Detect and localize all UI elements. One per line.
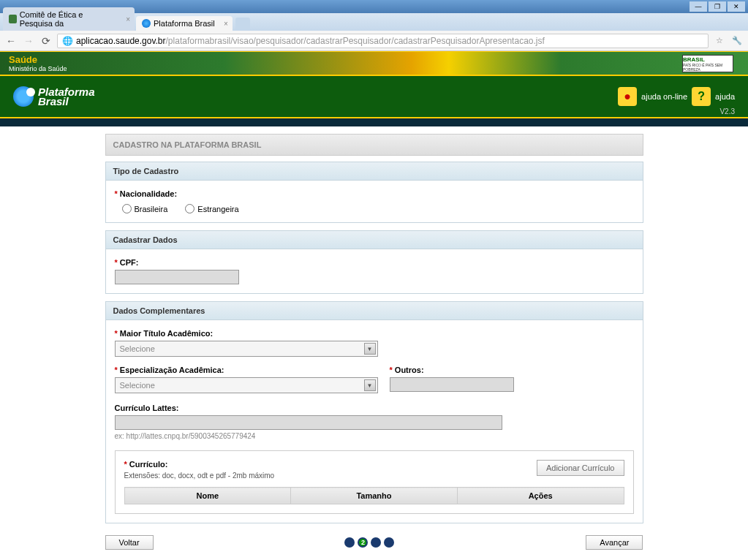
step-dot-4[interactable]: [384, 537, 394, 548]
nacionalidade-label: * Nacionalidade:: [115, 189, 634, 198]
url-host: aplicacao.saude.gov.br: [76, 36, 166, 46]
panel-header: Tipo de Cadastro: [106, 162, 643, 181]
chevron-down-icon: ▼: [364, 379, 376, 391]
globe-logo-icon: [13, 86, 34, 107]
saude-title: Saúde: [9, 54, 739, 65]
separator-bar: [0, 118, 748, 126]
lattes-hint: ex: http://lattes.cnpq.br/59003452657794…: [115, 432, 634, 440]
step-dot-2-active[interactable]: 2: [358, 537, 368, 548]
reload-button[interactable]: ⟳: [39, 34, 53, 48]
th-acoes: Ações: [457, 488, 624, 504]
new-tab-button[interactable]: [235, 18, 250, 31]
address-bar[interactable]: 🌐 aplicacao.saude.gov.br/plataformabrasi…: [57, 34, 709, 48]
curriculo-table: Nome Tamanho Ações: [124, 487, 624, 504]
brasil-logo-sub: PAÍS RICO É PAÍS SEM POBREZA: [683, 63, 733, 72]
plataforma-brasil-logo[interactable]: PlataformaBrasil: [13, 86, 95, 107]
curriculo-label: * Currículo:: [124, 460, 275, 469]
wizard-navigation: Voltar 2 Avançar: [105, 531, 643, 560]
help-link[interactable]: ajuda: [715, 92, 735, 101]
dados-complementares-panel: Dados Complementares * Maior Título Acad…: [105, 301, 643, 523]
especializacao-label: * Especialização Acadêmica:: [115, 366, 378, 374]
brasil-logo: BRASIL PAÍS RICO É PAÍS SEM POBREZA: [682, 55, 733, 72]
cadastrar-dados-panel: Cadastrar Dados * CPF:: [105, 230, 643, 294]
main-content: CADASTRO NA PLATAFORMA BRASIL Tipo de Ca…: [105, 134, 643, 560]
window-maximize-button[interactable]: ❐: [709, 1, 726, 12]
th-tamanho: Tamanho: [291, 488, 458, 504]
adicionar-curriculo-button[interactable]: Adicionar Currículo: [537, 460, 624, 476]
site-header: PlataformaBrasil ajuda on-line ? ajuda V…: [0, 76, 748, 118]
avancar-button[interactable]: Avançar: [586, 535, 643, 550]
globe-icon: 🌐: [62, 36, 73, 46]
panel-header: Cadastrar Dados: [106, 231, 643, 249]
radio-brasileira[interactable]: Brasileira: [122, 204, 168, 213]
bookmark-star-icon[interactable]: ☆: [713, 34, 726, 48]
browser-tab-inactive[interactable]: Comitê de Ética e Pesquisa da ×: [3, 7, 135, 31]
help-icon[interactable]: ?: [692, 87, 711, 106]
cpf-input[interactable]: [115, 270, 239, 284]
window-minimize-button[interactable]: —: [690, 1, 707, 12]
curriculo-extensions: Extensões: doc, docx, odt e pdf - 2mb má…: [124, 472, 275, 480]
back-button[interactable]: ←: [4, 34, 18, 48]
radio-estrangeira[interactable]: Estrangeira: [185, 204, 238, 213]
cpf-label: * CPF:: [115, 258, 634, 267]
step-dot-3[interactable]: [371, 537, 381, 548]
curriculo-upload-box: * Currículo: Extensões: doc, docx, odt e…: [115, 450, 634, 514]
help-online-link[interactable]: ajuda on-line: [641, 92, 687, 101]
step-indicator: 2: [344, 537, 394, 548]
tipo-cadastro-panel: Tipo de Cadastro * Nacionalidade: Brasil…: [105, 162, 643, 223]
radio-label: Brasileira: [135, 205, 168, 213]
tab-title: Comitê de Ética e Pesquisa da: [20, 10, 117, 28]
maior-titulo-select[interactable]: Selecione ▼: [115, 341, 378, 357]
brasil-logo-text: BRASIL: [683, 56, 733, 63]
especializacao-select[interactable]: Selecione ▼: [115, 377, 378, 393]
forward-button[interactable]: →: [22, 34, 35, 48]
outros-input[interactable]: [390, 377, 514, 392]
lattes-input[interactable]: [115, 415, 502, 430]
browser-tab-strip: Comitê de Ética e Pesquisa da × Platafor…: [0, 13, 748, 31]
radio-label: Estrangeira: [197, 205, 238, 213]
select-value: Selecione: [120, 381, 155, 390]
browser-tab-active[interactable]: Plataforma Brasil ×: [136, 16, 233, 31]
favicon-icon: [9, 15, 17, 23]
page-title: CADASTRO NA PLATAFORMA BRASIL: [105, 134, 643, 156]
window-close-button[interactable]: ✕: [728, 1, 745, 12]
tab-title: Plataforma Brasil: [154, 19, 215, 28]
th-nome: Nome: [124, 488, 291, 504]
help-online-icon[interactable]: [618, 87, 637, 106]
url-path: /plataformabrasil/visao/pesquisador/cada…: [166, 36, 545, 46]
saude-subtitle: Ministério da Saúde: [9, 65, 739, 72]
panel-header: Dados Complementares: [106, 302, 643, 320]
step-dot-1[interactable]: [344, 537, 355, 548]
browser-toolbar: ← → ⟳ 🌐 aplicacao.saude.gov.br/plataform…: [0, 31, 748, 51]
close-icon[interactable]: ×: [224, 20, 228, 28]
version-label: V2.3: [719, 107, 735, 116]
outros-label: * Outros:: [390, 366, 514, 374]
logo-text: PlataformaBrasil: [38, 87, 95, 106]
voltar-button[interactable]: Voltar: [105, 535, 154, 550]
maior-titulo-label: * Maior Título Acadêmico:: [115, 329, 634, 338]
gov-header-bar: Saúde Ministério da Saúde BRASIL PAÍS RI…: [0, 51, 748, 76]
lattes-label: Currículo Lattes:: [115, 404, 634, 412]
close-icon[interactable]: ×: [126, 15, 130, 23]
help-area: ajuda on-line ? ajuda: [618, 87, 735, 106]
settings-wrench-icon[interactable]: 🔧: [730, 34, 744, 48]
radio-input[interactable]: [122, 204, 132, 213]
chevron-down-icon: ▼: [364, 343, 376, 355]
select-value: Selecione: [120, 344, 155, 353]
radio-input[interactable]: [185, 204, 194, 213]
favicon-icon: [142, 19, 151, 28]
